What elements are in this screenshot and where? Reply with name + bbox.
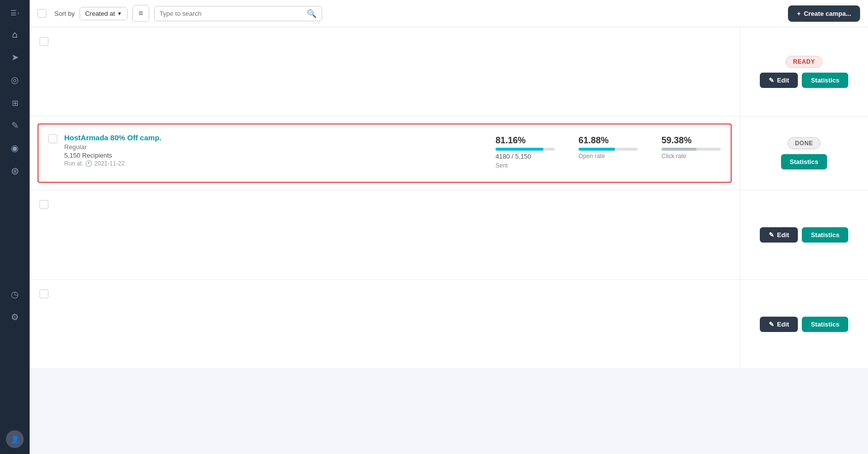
avatar-placeholder: 👤	[11, 435, 19, 443]
gear-icon: ⚙	[11, 312, 19, 323]
chevron-down-icon: ▼	[117, 11, 122, 16]
main-content: Sort by Created at ▼ ≡ 🔍 + Create campa.…	[30, 0, 868, 454]
sidebar-item-edit[interactable]: ✎	[5, 116, 25, 135]
status-badge-ready: READY	[785, 56, 823, 68]
sent-bar-fill	[496, 148, 543, 151]
campaign-3-action-row: ✎ Edit Statistics	[760, 227, 848, 243]
filter-icon: ≡	[138, 9, 143, 18]
filter-button[interactable]: ≡	[132, 5, 149, 22]
edit-icon: ✎	[769, 77, 774, 84]
expand-toggle[interactable]: ☰ ›	[5, 6, 25, 20]
sort-label: Sort by	[54, 10, 75, 17]
avatar[interactable]: 👤	[6, 430, 24, 448]
menu-icon: ☰	[10, 9, 17, 17]
edit-icon-2: ✎	[769, 231, 774, 239]
campaign-4-statistics-button[interactable]: Statistics	[802, 317, 848, 332]
sent-bar-track	[496, 148, 555, 151]
campaign-3-actions: ✎ Edit Statistics	[740, 190, 868, 279]
campaign-2-statistics-button[interactable]: Statistics	[781, 154, 827, 169]
toolbar: Sort by Created at ▼ ≡ 🔍 + Create campa.…	[30, 0, 868, 27]
edit-icon-3: ✎	[769, 321, 774, 328]
sidebar-item-reports[interactable]: ⊞	[5, 93, 25, 113]
campaign-row-4: ✎ Edit Statistics	[30, 280, 868, 369]
click-bar-track	[661, 148, 721, 151]
reports-icon: ⊞	[12, 98, 18, 108]
campaign-2-run-at: Run at: 🕐 2021-11-22	[64, 160, 489, 167]
campaign-row-2: HostArmada 80% Off camp. Regular 5,150 R…	[30, 117, 868, 190]
expand-chevron: ›	[18, 10, 19, 16]
campaign-card-3	[30, 190, 740, 279]
campaign-1-actions: READY ✎ Edit Statistics	[740, 27, 868, 116]
campaign-2-recipients: 5,150 Recipients	[64, 152, 489, 159]
campaign-3-edit-button[interactable]: ✎ Edit	[760, 227, 798, 243]
campaign-2-name: HostArmada 80% Off camp.	[64, 133, 489, 142]
campaign-2-actions: DONE Statistics	[740, 117, 868, 190]
open-rate-label: Open rate	[579, 153, 638, 160]
campaigns-list: READY ✎ Edit Statistics HostArmada 80% O…	[30, 27, 868, 454]
sort-dropdown[interactable]: Created at ▼	[80, 7, 127, 20]
campaign-1-action-row: ✎ Edit Statistics	[760, 73, 848, 88]
open-bar-track	[579, 148, 638, 151]
campaign-2-stats: 81.16% 4180 / 5,150 Sent	[496, 133, 721, 169]
create-campaign-button[interactable]: + Create campa...	[788, 5, 860, 22]
search-icon: 🔍	[307, 9, 317, 18]
home-icon: ⌂	[12, 30, 18, 40]
sidebar-item-tasks[interactable]: ◎	[5, 70, 25, 90]
sidebar: ☰ › ⌂ ➤ ◎ ⊞ ✎ ◉ ⊛ ◷ ⚙ 👤	[0, 0, 30, 454]
create-campaign-label: Create campa...	[804, 10, 851, 17]
campaign-card-4	[30, 280, 740, 369]
campaign-1-checkbox[interactable]	[40, 37, 48, 46]
search-input[interactable]	[160, 10, 304, 17]
send-icon: ➤	[11, 52, 19, 63]
plus-icon: +	[797, 10, 801, 17]
sent-fraction: 4180 / 5,150	[496, 153, 555, 160]
campaign-2-action-row: Statistics	[781, 154, 827, 169]
sort-value: Created at	[85, 10, 115, 17]
campaign-4-actions: ✎ Edit Statistics	[740, 280, 868, 369]
campaign-3-statistics-button[interactable]: Statistics	[802, 227, 848, 243]
campaign-1-statistics-button[interactable]: Statistics	[802, 73, 848, 88]
integrations-icon: ⊛	[11, 165, 19, 177]
select-all-checkbox[interactable]	[38, 9, 46, 18]
campaign-2-info: HostArmada 80% Off camp. Regular 5,150 R…	[64, 133, 489, 167]
campaign-2-checkbox[interactable]	[48, 134, 57, 143]
sent-pct: 81.16%	[496, 135, 555, 146]
campaign-4-edit-button[interactable]: ✎ Edit	[760, 317, 798, 332]
sidebar-item-history[interactable]: ◷	[5, 285, 25, 304]
click-bar-fill	[661, 148, 697, 151]
search-box: 🔍	[154, 6, 322, 21]
sidebar-item-home[interactable]: ⌂	[5, 25, 25, 44]
sidebar-item-settings[interactable]: ⚙	[5, 307, 25, 327]
click-rate-value: 59.38%	[661, 135, 721, 146]
campaign-card-2: HostArmada 80% Off camp. Regular 5,150 R…	[38, 124, 732, 183]
open-rate-value: 61.88%	[579, 135, 638, 146]
campaign-card-1	[30, 27, 740, 116]
status-badge-done: DONE	[787, 137, 821, 149]
sent-label: Sent	[496, 162, 555, 169]
sidebar-item-campaigns[interactable]: ➤	[5, 47, 25, 67]
campaign-3-checkbox[interactable]	[40, 200, 48, 209]
click-rate-stat: 59.38% Click rate	[661, 135, 721, 160]
open-rate-stat: 61.88% Open rate	[579, 135, 638, 160]
history-icon: ◷	[11, 289, 19, 300]
clock-icon: Run at: 🕐	[64, 160, 92, 167]
campaign-4-checkbox[interactable]	[40, 289, 48, 298]
click-rate-label: Click rate	[661, 153, 721, 160]
campaign-row-3: ✎ Edit Statistics	[30, 190, 868, 280]
sent-stat: 81.16% 4180 / 5,150 Sent	[496, 135, 555, 169]
sidebar-item-contacts[interactable]: ◉	[5, 138, 25, 158]
campaign-2-type: Regular	[64, 143, 489, 151]
sidebar-item-integrations[interactable]: ⊛	[5, 161, 25, 181]
campaign-row-1: READY ✎ Edit Statistics	[30, 27, 868, 117]
open-bar-fill	[579, 148, 615, 151]
campaign-1-edit-button[interactable]: ✎ Edit	[760, 73, 798, 88]
contacts-icon: ◉	[11, 143, 19, 154]
tasks-icon: ◎	[11, 75, 19, 85]
campaign-4-action-row: ✎ Edit Statistics	[760, 317, 848, 332]
edit-pen-icon: ✎	[11, 120, 19, 131]
